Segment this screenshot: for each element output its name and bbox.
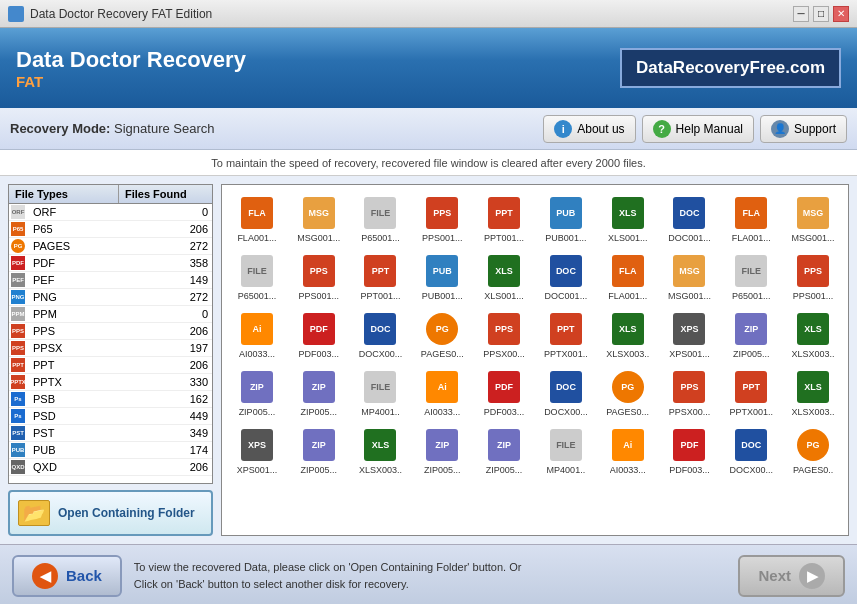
file-type-icon: FILE (364, 371, 396, 403)
file-name-label: MSG001... (792, 233, 835, 243)
table-row[interactable]: P65 P65 206 (9, 221, 212, 238)
file-item[interactable]: PPS PPS001... (413, 191, 471, 247)
table-row[interactable]: ORF ORF 0 (9, 204, 212, 221)
file-item[interactable]: MSG MSG001... (784, 191, 842, 247)
file-type-name: PSB (31, 391, 119, 407)
file-item[interactable]: FLA FLA001... (722, 191, 780, 247)
file-item[interactable]: PG PAGES0... (599, 365, 657, 421)
col-files-found: Files Found (119, 185, 212, 203)
help-icon: ? (653, 120, 671, 138)
file-item[interactable]: PPT PPTX001.. (537, 307, 595, 363)
file-item[interactable]: PPT PPT001... (352, 249, 410, 305)
file-item[interactable]: FILE MP4001.. (352, 365, 410, 421)
table-row[interactable]: PDF PDF 358 (9, 255, 212, 272)
folder-icon: 📂 (18, 500, 50, 526)
file-item[interactable]: DOC DOCX00... (352, 307, 410, 363)
table-row[interactable]: PEF PEF 149 (9, 272, 212, 289)
file-item[interactable]: XLS XLSX003.. (352, 423, 410, 479)
file-item[interactable]: XPS XPS001... (228, 423, 286, 479)
file-item[interactable]: PPT PPT001... (475, 191, 533, 247)
file-icon-box: PPT (548, 311, 584, 347)
file-name-label: XLSX003.. (792, 407, 835, 417)
back-button[interactable]: ◀ Back (12, 555, 122, 597)
file-item[interactable]: XPS XPS001... (661, 307, 719, 363)
file-type-icon: DOC (550, 371, 582, 403)
file-item[interactable]: XLS XLSX003.. (784, 365, 842, 421)
file-item[interactable]: FILE MP4001.. (537, 423, 595, 479)
file-item[interactable]: DOC DOC001... (537, 249, 595, 305)
file-name-label: XLSX003.. (606, 349, 649, 359)
titlebar: Data Doctor Recovery FAT Edition ─ □ ✕ (0, 0, 857, 28)
file-item[interactable]: XLS XLSX003.. (599, 307, 657, 363)
about-us-button[interactable]: i About us (543, 115, 635, 143)
file-table-scroll[interactable]: ORF ORF 0 P65 P65 206 PG PAGES 272 PDF P… (9, 204, 212, 483)
table-row[interactable]: PNG PNG 272 (9, 289, 212, 306)
table-row[interactable]: Ps PSD 449 (9, 408, 212, 425)
file-item[interactable]: PDF PDF003... (475, 365, 533, 421)
file-item[interactable]: FILE P65001... (352, 191, 410, 247)
file-item[interactable]: ZIP ZIP005... (722, 307, 780, 363)
file-item[interactable]: ZIP ZIP005... (290, 423, 348, 479)
file-item[interactable]: ZIP ZIP005... (413, 423, 471, 479)
file-item[interactable]: ZIP ZIP005... (290, 365, 348, 421)
file-item[interactable]: XLS XLSX003.. (784, 307, 842, 363)
file-item[interactable]: Ai AI0033... (228, 307, 286, 363)
file-icon-box: PUB (548, 195, 584, 231)
help-manual-button[interactable]: ? Help Manual (642, 115, 754, 143)
file-item[interactable]: PPS PPSX00... (661, 365, 719, 421)
file-type-name: PUB (31, 442, 119, 458)
table-row[interactable]: PPM PPM 0 (9, 306, 212, 323)
table-row[interactable]: Ps PSB 162 (9, 391, 212, 408)
file-item[interactable]: FILE P65001... (228, 249, 286, 305)
file-item[interactable]: PPT PPTX001.. (722, 365, 780, 421)
table-row[interactable]: PG PAGES 272 (9, 238, 212, 255)
file-icon-box: PUB (424, 253, 460, 289)
file-grid-row: ZIP ZIP005... ZIP ZIP005... FILE MP4001.… (228, 365, 842, 421)
file-name-label: PPSX00... (669, 407, 711, 417)
file-item[interactable]: PG PAGES0.. (784, 423, 842, 479)
table-row[interactable]: PUB PUB 174 (9, 442, 212, 459)
file-item[interactable]: FILE P65001... (722, 249, 780, 305)
file-item[interactable]: MSG MSG001... (290, 191, 348, 247)
file-icon-box: PDF (486, 369, 522, 405)
file-item[interactable]: ZIP ZIP005... (228, 365, 286, 421)
file-item[interactable]: PPS PPS001... (784, 249, 842, 305)
file-item[interactable]: PPS PPS001... (290, 249, 348, 305)
file-item[interactable]: PUB PUB001... (413, 249, 471, 305)
file-item[interactable]: PDF PDF003... (290, 307, 348, 363)
file-item[interactable]: Ai AI0033... (413, 365, 471, 421)
file-name-label: P65001... (238, 291, 277, 301)
file-item[interactable]: XLS XLS001... (475, 249, 533, 305)
app-title: Data Doctor Recovery FAT (16, 47, 246, 90)
support-button[interactable]: 👤 Support (760, 115, 847, 143)
file-name-label: ZIP005... (733, 349, 770, 359)
file-grid-scroll[interactable]: FLA FLA001... MSG MSG001... FILE P65001.… (222, 185, 848, 535)
next-button[interactable]: Next ▶ (738, 555, 845, 597)
table-row[interactable]: PPT PPT 206 (9, 357, 212, 374)
file-name-label: PDF003... (484, 407, 525, 417)
maximize-button[interactable]: □ (813, 6, 829, 22)
file-item[interactable]: PPS PPSX00... (475, 307, 533, 363)
file-item[interactable]: DOC DOC001... (661, 191, 719, 247)
file-item[interactable]: XLS XLS001... (599, 191, 657, 247)
minimize-button[interactable]: ─ (793, 6, 809, 22)
table-row[interactable]: QXD QXD 206 (9, 459, 212, 476)
table-row[interactable]: PPS PPS 206 (9, 323, 212, 340)
file-item[interactable]: FLA FLA001... (228, 191, 286, 247)
file-item[interactable]: DOC DOCX00... (537, 365, 595, 421)
table-row[interactable]: PPTX PPTX 330 (9, 374, 212, 391)
table-row[interactable]: PST PST 349 (9, 425, 212, 442)
file-name-label: MP4001.. (547, 465, 586, 475)
close-button[interactable]: ✕ (833, 6, 849, 22)
file-item[interactable]: DOC DOCX00... (722, 423, 780, 479)
file-item[interactable]: PG PAGES0... (413, 307, 471, 363)
file-name-label: P65001... (361, 233, 400, 243)
file-item[interactable]: FLA FLA001... (599, 249, 657, 305)
file-item[interactable]: PUB PUB001... (537, 191, 595, 247)
file-item[interactable]: Ai AI0033... (599, 423, 657, 479)
table-row[interactable]: PPS PPSX 197 (9, 340, 212, 357)
open-containing-folder-button[interactable]: 📂 Open Containing Folder (8, 490, 213, 536)
file-item[interactable]: MSG MSG001... (661, 249, 719, 305)
file-item[interactable]: ZIP ZIP005... (475, 423, 533, 479)
file-item[interactable]: PDF PDF003... (661, 423, 719, 479)
